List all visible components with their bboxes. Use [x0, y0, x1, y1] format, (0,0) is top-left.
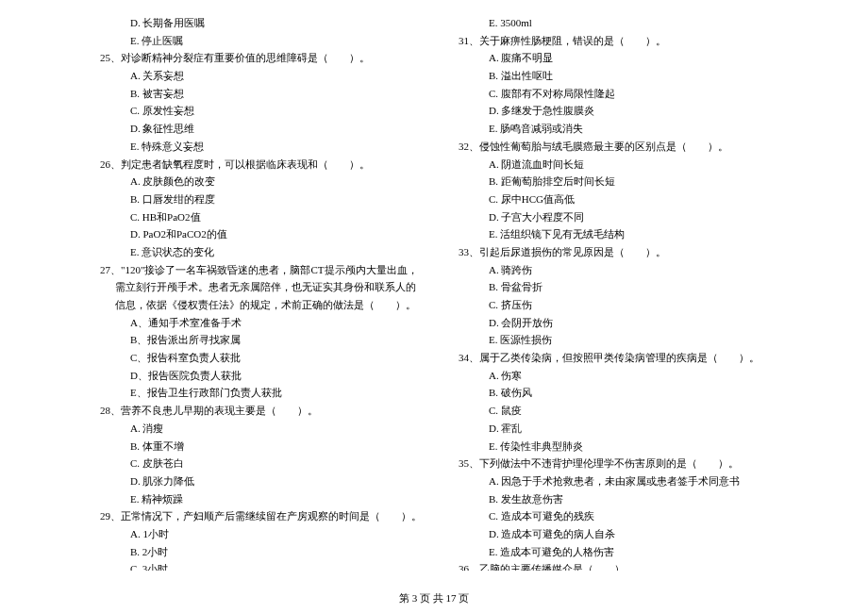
answer-option: A. 骑跨伤: [443, 261, 783, 279]
page-footer: 第 3 页 共 17 页: [0, 589, 868, 607]
answer-option: C. 尿中HCG值高低: [443, 191, 783, 208]
right-column: E. 3500ml31、关于麻痹性肠梗阻，错误的是（ ）。A. 腹痛不明显B. …: [443, 14, 783, 571]
question-text: 32、侵蚀性葡萄胎与绒毛膜癌最主要的区别点是（ ）。: [459, 138, 783, 156]
answer-option: A、通知手术室准备手术: [85, 314, 425, 332]
answer-option: D. 子宫大小程度不同: [443, 208, 783, 226]
answer-option: C. 原发性妄想: [85, 102, 425, 120]
left-column: D. 长期备用医嘱E. 停止医嘱25、对诊断精神分裂症有重要价值的思维障碍是（ …: [85, 14, 425, 571]
question-text: 35、下列做法中不违背护理伦理学不伤害原则的是（ ）。: [459, 455, 783, 472]
answer-option: E. 肠鸣音减弱或消失: [443, 120, 783, 138]
answer-option: B、报告派出所寻找家属: [85, 331, 425, 349]
answer-option: D. 造成本可避免的病人自杀: [443, 525, 783, 543]
answer-option: E. 停止医嘱: [85, 32, 425, 50]
exam-page: D. 长期备用医嘱E. 停止医嘱25、对诊断精神分裂症有重要价值的思维障碍是（ …: [0, 14, 868, 571]
answer-option: C. 皮肤苍白: [85, 455, 425, 472]
answer-option: E. 造成本可避免的人格伤害: [443, 543, 783, 561]
answer-option: C. 造成本可避免的残疾: [443, 507, 783, 525]
answer-option: B. 被害妄想: [85, 85, 425, 103]
answer-option: A. 消瘦: [85, 420, 425, 438]
answer-option: B. 体重不增: [85, 438, 425, 456]
answer-option: D. 霍乱: [443, 420, 783, 438]
answer-option: E. 医源性损伤: [443, 331, 783, 349]
answer-option: B. 2小时: [85, 543, 425, 561]
answer-option: D. 象征性思维: [85, 120, 425, 138]
answer-option: E. 精神烦躁: [85, 490, 425, 508]
question-text: 28、营养不良患儿早期的表现主要是（ ）。: [100, 402, 425, 420]
answer-option: C. HB和PaO2值: [85, 208, 425, 226]
answer-option: C. 腹部有不对称局限性隆起: [443, 85, 783, 103]
answer-option: B. 口唇发绀的程度: [85, 191, 425, 208]
answer-option: D. 多继发于急性腹膜炎: [443, 102, 783, 120]
question-text: 34、属于乙类传染病，但按照甲类传染病管理的疾病是（ ）。: [459, 349, 783, 367]
answer-option: D. PaO2和PaCO2的值: [85, 225, 425, 243]
question-text: 33、引起后尿道损伤的常见原因是（ ）。: [459, 243, 783, 261]
answer-option: E. 活组织镜下见有无绒毛结构: [443, 225, 783, 243]
answer-option: B. 距葡萄胎排空后时间长短: [443, 173, 783, 191]
answer-option: A. 阴道流血时间长短: [443, 156, 783, 174]
answer-option: B. 发生故意伤害: [443, 490, 783, 508]
answer-option: D. 会阴开放伤: [443, 314, 783, 332]
answer-option: E. 3500ml: [443, 14, 783, 32]
question-text: 36、乙脑的主要传播媒介是（ ）。: [459, 560, 783, 571]
answer-option: D. 肌张力降低: [85, 472, 425, 490]
question-text: 26、判定患者缺氧程度时，可以根据临床表现和（ ）。: [100, 156, 425, 174]
question-text: 27、"120"接诊了一名车祸致昏迷的患者，脑部CT提示颅内大量出血，需立刻行开…: [100, 261, 425, 314]
answer-option: E. 特殊意义妄想: [85, 138, 425, 156]
answer-option: A. 1小时: [85, 525, 425, 543]
answer-option: C. 挤压伤: [443, 296, 783, 314]
answer-option: E、报告卫生行政部门负责人获批: [85, 384, 425, 402]
answer-option: A. 关系妄想: [85, 67, 425, 85]
answer-option: D. 长期备用医嘱: [85, 14, 425, 32]
question-text: 25、对诊断精神分裂症有重要价值的思维障碍是（ ）。: [100, 49, 425, 67]
answer-option: B. 骨盆骨折: [443, 278, 783, 296]
answer-option: B. 溢出性呕吐: [443, 67, 783, 85]
answer-option: B. 破伤风: [443, 384, 783, 402]
question-text: 31、关于麻痹性肠梗阻，错误的是（ ）。: [459, 32, 783, 50]
answer-option: D、报告医院负责人获批: [85, 367, 425, 385]
answer-option: E. 意识状态的变化: [85, 243, 425, 261]
answer-option: C. 3小时: [85, 560, 425, 571]
question-text: 29、正常情况下，产妇顺产后需继续留在产房观察的时间是（ ）。: [100, 507, 425, 525]
answer-option: A. 腹痛不明显: [443, 49, 783, 67]
answer-option: A. 伤寒: [443, 367, 783, 385]
answer-option: E. 传染性非典型肺炎: [443, 438, 783, 456]
answer-option: C、报告科室负责人获批: [85, 349, 425, 367]
answer-option: C. 鼠疫: [443, 402, 783, 420]
answer-option: A. 因急于手术抢救患者，未由家属或患者签手术同意书: [443, 472, 783, 490]
answer-option: A. 皮肤颜色的改变: [85, 173, 425, 191]
